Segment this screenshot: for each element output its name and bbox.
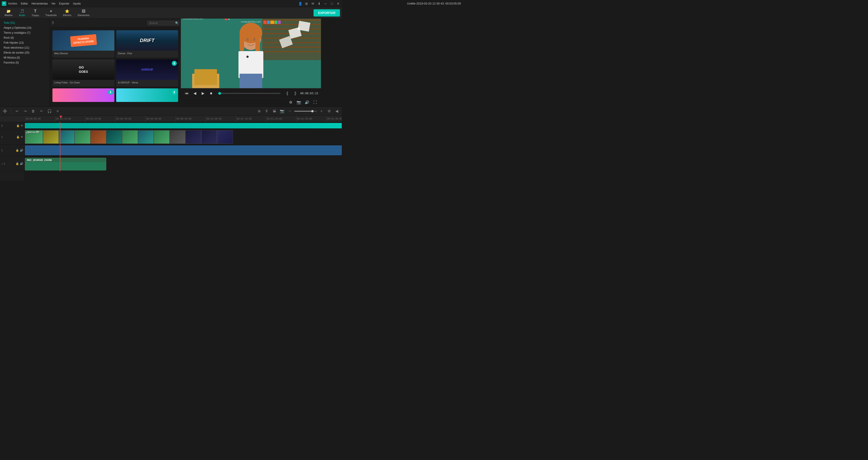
mic-button[interactable]: 🎙 [264, 108, 270, 114]
category-efecto[interactable]: Efecto de sonido (25) [0, 50, 50, 55]
video-clip-12[interactable] [201, 130, 217, 144]
volume-control-icon[interactable]: 🔊 [304, 99, 310, 105]
play-button[interactable]: ▶ [200, 90, 206, 96]
track-1-eye[interactable]: 👁 [21, 135, 23, 139]
video-clip-2[interactable] [43, 130, 59, 144]
toolbar-transicion[interactable]: ✦ Transición [43, 8, 59, 18]
preview-settings-icon[interactable]: ⚙ [287, 99, 294, 105]
menu-ayuda[interactable]: Ayuda [73, 2, 81, 5]
track-1-lock[interactable]: 🔒 [16, 135, 20, 139]
add-media-button[interactable]: ➕ [2, 108, 8, 114]
video-clip-4[interactable] [74, 130, 90, 144]
video-clip-11[interactable] [185, 130, 201, 144]
stop-button[interactable]: ■ [208, 90, 214, 96]
mark-out-icon[interactable]: ⦄ [292, 90, 299, 96]
equalizer-button[interactable]: ≡ [55, 108, 61, 114]
playback-thumb[interactable] [218, 92, 221, 95]
toolbar-efectos[interactable]: ⭐ Efectos [60, 8, 74, 18]
redo-button[interactable]: ↪ [22, 108, 28, 114]
cut-button[interactable]: ✂ [38, 108, 44, 114]
audio-card-deriva-fluir[interactable]: DRIFT Deriva - Fluir [116, 30, 178, 58]
video-clip-8[interactable] [138, 130, 154, 144]
track-header-audio: 1 🔒 🔊 [0, 145, 25, 156]
grid-view-icon[interactable]: ⠿ [52, 21, 54, 25]
video-clip-1[interactable]: ¿Qué es ZIP [25, 130, 43, 144]
search-icon[interactable]: 🔍 [175, 22, 179, 25]
timeline-tracks-right[interactable]: 00:00:00:00 00:00:10:00 00:00:20:00 00:0… [25, 116, 342, 181]
download-badge-agroup[interactable]: ⬇ [172, 61, 177, 66]
category-favoritos[interactable]: Favoritos (0) [0, 60, 50, 65]
video-clip-3[interactable] [59, 130, 74, 144]
audio-card-living-pulse[interactable]: GOGOES Living Pulse - Go Goes [53, 59, 114, 87]
category-rock-electronico[interactable]: Rock electrónico (11) [0, 45, 50, 50]
toolbar-elementos[interactable]: 🖼 Elementos [75, 8, 92, 18]
waveform-visual [25, 145, 342, 155]
play-prev-frame-button[interactable]: ◀ [192, 90, 198, 96]
track-music-volume[interactable]: 🔊 [20, 162, 23, 165]
category-rock[interactable]: Rock (6) [0, 35, 50, 40]
skip-back-button[interactable]: ⏮ [184, 90, 190, 96]
audio-card-partial-2[interactable]: ⬇ [116, 88, 178, 102]
category-todo[interactable]: Todo (51) [0, 20, 50, 25]
audio-detach-button[interactable]: 🎧 [46, 108, 53, 114]
timeline-settings-button[interactable]: ⚙ [326, 108, 332, 114]
video-clip-5[interactable] [90, 130, 106, 144]
video-clip-13[interactable] [217, 130, 233, 144]
menu-ver[interactable]: Ver [51, 2, 55, 5]
undo-button[interactable]: ↩ [14, 108, 20, 114]
account-icon[interactable]: 👤 [298, 2, 302, 5]
track-audio-lock[interactable]: 🔒 [16, 149, 19, 152]
music-clip[interactable]: REC_20190320_215356 [25, 158, 106, 171]
toolbar-titulos[interactable]: T Títulos [29, 8, 42, 18]
ruler-tick-3: 00:00:30:00 [115, 116, 145, 122]
fullscreen-icon[interactable]: ⛶ [312, 99, 318, 105]
screenshot-icon[interactable]: 📷 [296, 99, 302, 105]
video-clip-6[interactable] [106, 130, 122, 144]
maximize-button[interactable]: □ [330, 2, 334, 5]
zoom-slider[interactable] [294, 111, 317, 112]
audio-card-mas-efectos[interactable]: FILMORAEFFECTS STORE Más Efectos [53, 30, 114, 58]
mark-in-icon[interactable]: ⦃ [284, 90, 290, 96]
track-2-content [25, 122, 342, 129]
layout-icon[interactable]: ⊞ [305, 2, 308, 5]
agroup-logo: AGROUP [141, 68, 153, 71]
zoom-thumb[interactable] [311, 110, 313, 112]
delete-button[interactable]: 🗑 [30, 108, 36, 114]
track-2-eye[interactable]: 👁 [21, 124, 23, 127]
category-alegre[interactable]: Alegre y Optimista (14) [0, 25, 50, 30]
zoom-in-button[interactable]: + [318, 108, 324, 114]
category-folk[interactable]: Folk Hipster (13) [0, 40, 50, 45]
toolbar-medios[interactable]: 📁 Medios [2, 8, 15, 18]
playback-slider[interactable] [218, 93, 281, 94]
video-clip-9[interactable] [154, 130, 169, 144]
audio-card-agroup[interactable]: AGROUP ⬇ A-GROUP - Verve [116, 59, 178, 87]
waveform-bar[interactable] [25, 145, 342, 155]
mail-icon[interactable]: ✉ [311, 2, 315, 5]
screenshot-timeline-button[interactable]: 📷 [279, 108, 285, 114]
menu-herramientas[interactable]: Herramientas [31, 2, 48, 5]
snap-button[interactable]: ⊕ [256, 108, 262, 114]
toolbar-audio[interactable]: 🎵 Audio [16, 8, 28, 18]
minimize-button[interactable]: ─ [324, 2, 327, 5]
category-tierno[interactable]: Tierno y nostálgico (7) [0, 30, 50, 35]
track-2-lock[interactable]: 🔒 [16, 124, 20, 127]
video-clip-7[interactable] [122, 130, 138, 144]
zoom-out-button[interactable]: − [287, 108, 293, 114]
svg-rect-3 [262, 24, 321, 25]
music-clip-label: REC_20190320_215356 [27, 159, 52, 161]
menu-exportar[interactable]: Exportar [59, 2, 69, 5]
category-mi-musica[interactable]: Mi Música (0) [0, 55, 50, 60]
track-music-lock[interactable]: 🔒 [16, 162, 19, 165]
close-button[interactable]: ✕ [336, 2, 340, 5]
media-import-button[interactable]: 📽 [271, 108, 278, 114]
download-icon[interactable]: ⬇ [317, 2, 321, 5]
video-clip-10[interactable] [169, 130, 185, 144]
teal-upper-bar[interactable] [25, 123, 342, 128]
menu-editar[interactable]: Editar [21, 2, 28, 5]
menu-archivo[interactable]: Archivo [8, 2, 17, 5]
export-button[interactable]: EXPORTAR [313, 9, 340, 17]
audio-card-partial-1[interactable]: ⬇ [53, 88, 114, 102]
track-audio-volume[interactable]: 🔊 [20, 149, 23, 152]
search-input[interactable] [149, 22, 174, 25]
collapse-tracks-button[interactable]: ◀ [334, 108, 340, 114]
